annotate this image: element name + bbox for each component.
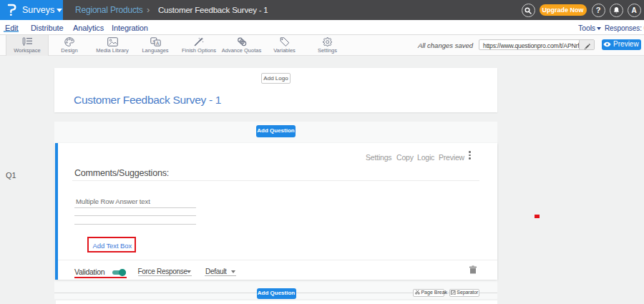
svg-text:A: A: [156, 41, 160, 46]
svg-text:x: x: [152, 39, 155, 43]
